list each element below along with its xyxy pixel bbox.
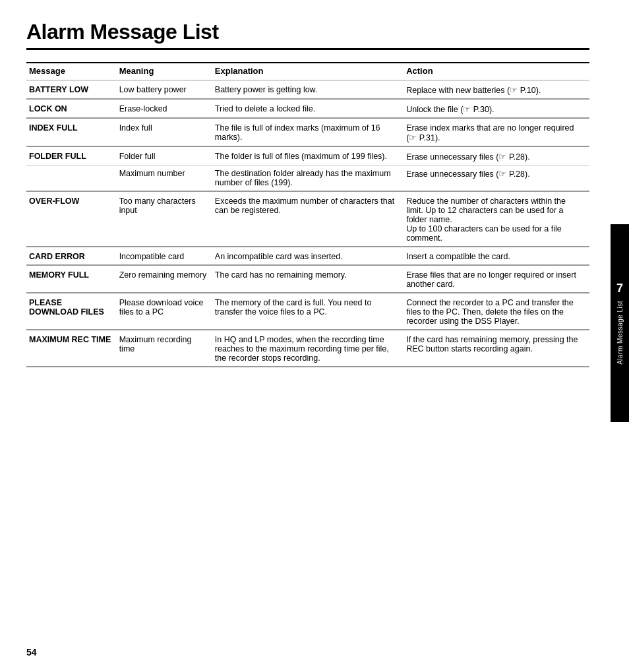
header-explanation: Explanation <box>212 63 404 80</box>
cell-action: Erase index marks that are no longer req… <box>404 118 589 146</box>
title-divider <box>26 48 589 50</box>
table-row: Maximum numberThe destination folder alr… <box>26 166 589 192</box>
header-meaning: Meaning <box>117 63 212 80</box>
cell-explanation: In HQ and LP modes, when the recording t… <box>212 330 404 367</box>
cell-explanation: The destination folder already has the m… <box>212 166 404 192</box>
cell-explanation: The card has no remaining memory. <box>212 265 404 293</box>
cell-explanation: The memory of the card is full. You need… <box>212 293 404 330</box>
chapter-label: Alarm Message List <box>616 301 624 365</box>
cell-action: Replace with new batteries (☞ P.10). <box>404 80 589 100</box>
cell-message: FOLDER FULL <box>26 146 117 166</box>
cell-explanation: An incompatible card was inserted. <box>212 247 404 265</box>
cell-meaning: Too many characters input <box>117 191 212 247</box>
table-row: MAXIMUM REC TIMEMaximum recording timeIn… <box>26 330 589 367</box>
table-header-row: Message Meaning Explanation Action <box>26 63 589 80</box>
page-title: Alarm Message List <box>26 20 589 44</box>
cell-message: CARD ERROR <box>26 247 117 265</box>
cell-message <box>26 166 117 192</box>
cell-meaning: Folder full <box>117 146 212 166</box>
cell-meaning: Low battery power <box>117 80 212 100</box>
chapter-tab: 7 Alarm Message List <box>611 224 629 422</box>
table-row: INDEX FULLIndex fullThe file is full of … <box>26 118 589 146</box>
cell-action: Unlock the file (☞ P.30). <box>404 99 589 118</box>
cell-explanation: Tried to delete a locked file. <box>212 99 404 118</box>
cell-action: Erase files that are no longer required … <box>404 265 589 293</box>
header-message: Message <box>26 63 117 80</box>
cell-message: INDEX FULL <box>26 118 117 146</box>
table-row: FOLDER FULLFolder fullThe folder is full… <box>26 146 589 166</box>
cell-explanation: The file is full of index marks (maximum… <box>212 118 404 146</box>
alarm-table: Message Meaning Explanation Action BATTE… <box>26 62 589 367</box>
table-row: LOCK ONErase-lockedTried to delete a loc… <box>26 99 589 118</box>
cell-explanation: Exceeds the maximum number of characters… <box>212 191 404 247</box>
cell-explanation: Battery power is getting low. <box>212 80 404 100</box>
cell-message: OVER-FLOW <box>26 191 117 247</box>
cell-action: Erase unnecessary files (☞ P.28). <box>404 166 589 192</box>
cell-meaning: Please download voice files to a PC <box>117 293 212 330</box>
cell-explanation: The folder is full of files (maximum of … <box>212 146 404 166</box>
cell-message: MEMORY FULL <box>26 265 117 293</box>
cell-meaning: Incompatible card <box>117 247 212 265</box>
cell-message: MAXIMUM REC TIME <box>26 330 117 367</box>
cell-meaning: Index full <box>117 118 212 146</box>
cell-action: Connect the recorder to a PC and transfe… <box>404 293 589 330</box>
cell-message: LOCK ON <box>26 99 117 118</box>
cell-message: BATTERY LOW <box>26 80 117 100</box>
page-number: 54 <box>26 647 37 657</box>
table-row: OVER-FLOWToo many characters inputExceed… <box>26 191 589 247</box>
cell-action: If the card has remaining memory, pressi… <box>404 330 589 367</box>
cell-action: Insert a compatible the card. <box>404 247 589 265</box>
cell-meaning: Maximum number <box>117 166 212 192</box>
cell-action: Reduce the number of characters within t… <box>404 191 589 247</box>
cell-action: Erase unnecessary files (☞ P.28). <box>404 146 589 166</box>
table-row: BATTERY LOWLow battery powerBattery powe… <box>26 80 589 100</box>
cell-message: PLEASE DOWNLOAD FILES <box>26 293 117 330</box>
table-row: CARD ERRORIncompatible cardAn incompatib… <box>26 247 589 265</box>
table-row: MEMORY FULLZero remaining memoryThe card… <box>26 265 589 293</box>
chapter-number: 7 <box>616 282 623 295</box>
cell-meaning: Erase-locked <box>117 99 212 118</box>
header-action: Action <box>404 63 589 80</box>
table-row: PLEASE DOWNLOAD FILESPlease download voi… <box>26 293 589 330</box>
cell-meaning: Zero remaining memory <box>117 265 212 293</box>
cell-meaning: Maximum recording time <box>117 330 212 367</box>
